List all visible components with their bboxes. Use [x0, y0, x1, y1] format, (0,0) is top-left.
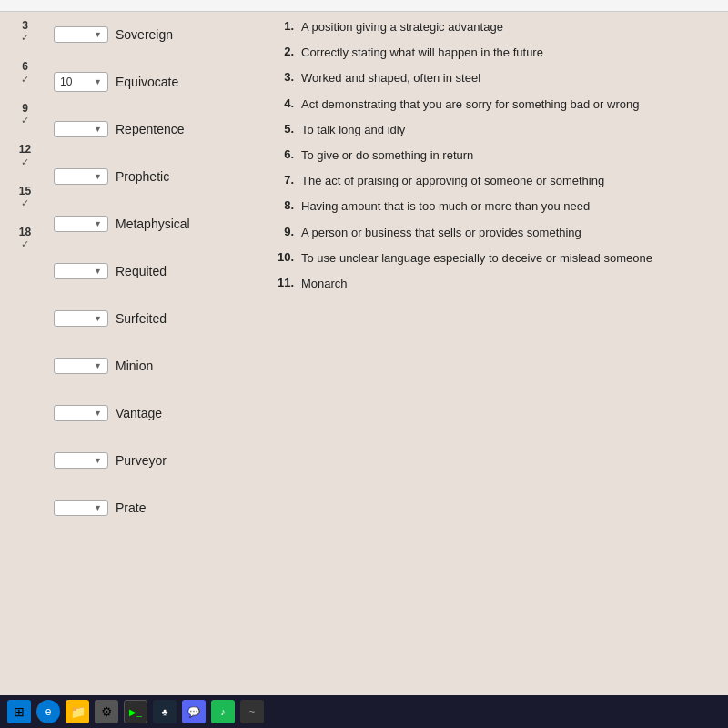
number-item: 12✓: [4, 143, 46, 167]
taskbar-extra-icon[interactable]: ~: [240, 700, 264, 723]
word-row: ▼Purveyor: [54, 445, 256, 476]
check-mark: ✓: [21, 74, 29, 86]
chevron-down-icon: ▼: [94, 456, 102, 465]
dropdown-select[interactable]: ▼: [54, 405, 108, 421]
word-row: ▼Repentence: [54, 114, 256, 145]
taskbar-folder-icon[interactable]: 📁: [66, 700, 89, 723]
definition-text: Act demonstrating that you are sorry for…: [301, 96, 713, 113]
definition-row: 6.To give or do something in return: [274, 147, 713, 164]
definition-text: A position giving a strategic advantage: [301, 19, 713, 35]
definition-row: 3.Worked and shaped, often in steel: [274, 70, 713, 86]
definition-row: 11.Monarch: [274, 276, 713, 292]
taskbar-steam-icon[interactable]: ♣: [153, 700, 177, 723]
word-row: ▼Minion: [54, 350, 256, 381]
number-badge: 9: [22, 102, 28, 115]
word-row: 10▼Equivocate: [54, 66, 256, 97]
check-mark: ✓: [21, 32, 29, 44]
dropdown-select[interactable]: ▼: [54, 263, 108, 279]
number-column: 3✓6✓9✓12✓15✓18✓: [0, 12, 50, 678]
dropdown-value: 10: [60, 76, 72, 88]
words-column: ▼Sovereign10▼Equivocate▼Repentence▼Proph…: [50, 12, 259, 678]
definition-row: 2.Correctly stating what will happen in …: [274, 45, 713, 61]
taskbar-windows-icon[interactable]: ⊞: [7, 700, 31, 723]
taskbar-discord-icon[interactable]: 💬: [182, 700, 206, 723]
dropdown-select[interactable]: ▼: [54, 310, 108, 327]
taskbar-settings-icon[interactable]: ⚙: [95, 700, 118, 723]
word-row: ▼Vantage: [54, 398, 256, 429]
word-row: ▼Prate: [54, 492, 256, 523]
main-content: 3✓6✓9✓12✓15✓18✓ ▼Sovereign10▼Equivocate▼…: [0, 12, 728, 678]
definition-text: Correctly stating what will happen in th…: [301, 45, 713, 61]
definition-number: 1.: [274, 19, 294, 33]
dropdown-select[interactable]: 10▼: [54, 72, 108, 92]
word-row: ▼Surfeited: [54, 303, 256, 334]
number-badge: 15: [19, 185, 31, 197]
number-item: 3✓: [4, 19, 46, 44]
number-item: 6✓: [4, 60, 46, 85]
taskbar-edge-icon[interactable]: e: [36, 700, 60, 723]
chevron-down-icon: ▼: [94, 125, 102, 134]
header: [0, 0, 728, 12]
taskbar-spotify-icon[interactable]: ♪: [211, 700, 235, 723]
chevron-down-icon: ▼: [94, 314, 102, 323]
chevron-down-icon: ▼: [94, 409, 102, 418]
chevron-down-icon: ▼: [94, 267, 102, 276]
dropdown-select[interactable]: ▼: [54, 500, 108, 516]
definition-row: 4.Act demonstrating that you are sorry f…: [274, 96, 713, 113]
dropdown-select[interactable]: ▼: [54, 121, 108, 137]
definition-row: 8.Having amount that is too much or more…: [274, 198, 713, 215]
word-row: ▼Metaphysical: [54, 208, 256, 239]
definition-row: 10.To use unclear language especially to…: [274, 250, 713, 267]
word-label: Equivocate: [116, 75, 178, 89]
word-label: Surfeited: [116, 311, 167, 326]
definition-number: 5.: [274, 122, 294, 136]
word-label: Minion: [116, 359, 153, 373]
definition-number: 9.: [274, 225, 294, 238]
definition-text: A person or business that sells or provi…: [301, 225, 713, 241]
definition-number: 2.: [274, 45, 294, 58]
number-item: 15✓: [4, 185, 46, 209]
word-label: Requited: [116, 264, 167, 278]
definition-text: Monarch: [301, 276, 713, 292]
definition-number: 10.: [274, 250, 294, 264]
dropdown-select[interactable]: ▼: [54, 452, 108, 469]
check-mark: ✓: [21, 115, 29, 126]
check-mark: ✓: [21, 238, 29, 250]
check-mark: ✓: [21, 157, 29, 168]
number-item: 18✓: [4, 226, 46, 250]
chevron-down-icon: ▼: [94, 503, 102, 512]
number-badge: 3: [22, 19, 28, 32]
definition-number: 6.: [274, 147, 294, 161]
word-label: Sovereign: [116, 27, 173, 42]
number-badge: 6: [22, 60, 28, 73]
dropdown-select[interactable]: ▼: [54, 358, 108, 374]
number-badge: 12: [19, 143, 31, 156]
chevron-down-icon: ▼: [94, 172, 102, 181]
definition-row: 5.To talk long and idly: [274, 122, 713, 138]
chevron-down-icon: ▼: [94, 77, 102, 86]
definition-text: Worked and shaped, often in steel: [301, 70, 713, 86]
taskbar-terminal-icon[interactable]: ▶_: [124, 700, 147, 723]
chevron-down-icon: ▼: [94, 30, 102, 39]
number-item: 9✓: [4, 102, 46, 126]
word-row: ▼Sovereign: [54, 19, 256, 50]
definition-row: 1.A position giving a strategic advantag…: [274, 19, 713, 35]
definition-text: Having amount that is too much or more t…: [301, 198, 713, 215]
dropdown-select[interactable]: ▼: [54, 26, 108, 43]
definition-number: 8.: [274, 198, 294, 212]
dropdown-select[interactable]: ▼: [54, 168, 108, 185]
word-label: Prophetic: [116, 169, 169, 184]
definition-text: To talk long and idly: [301, 122, 713, 138]
word-label: Vantage: [116, 406, 162, 420]
word-label: Purveyor: [116, 453, 167, 468]
definition-row: 9.A person or business that sells or pro…: [274, 225, 713, 241]
definitions-column: 1.A position giving a strategic advantag…: [259, 12, 728, 678]
number-badge: 18: [19, 226, 31, 238]
definition-row: 7.The act of praising or approving of so…: [274, 173, 713, 189]
word-label: Repentence: [116, 122, 185, 136]
taskbar: ⊞ e 📁 ⚙ ▶_ ♣ 💬 ♪ ~: [0, 695, 728, 728]
definition-text: To give or do something in return: [301, 147, 713, 164]
definition-text: The act of praising or approving of some…: [301, 173, 713, 189]
definition-number: 3.: [274, 70, 294, 84]
dropdown-select[interactable]: ▼: [54, 216, 108, 232]
